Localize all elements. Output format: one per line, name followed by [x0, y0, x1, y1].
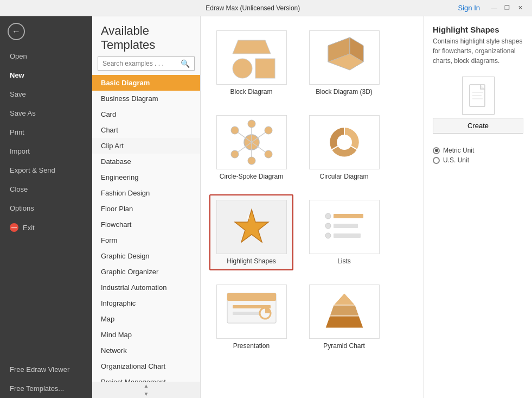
close-button[interactable]: ✕ — [515, 3, 525, 14]
category-business-diagram[interactable]: Business Diagram — [92, 91, 200, 106]
metric-unit-option[interactable]: Metric Unit — [433, 147, 523, 154]
back-button[interactable]: ← — [0, 16, 92, 47]
sidebar-item-save-as[interactable]: Save As — [0, 104, 92, 123]
svg-point-16 — [231, 150, 239, 158]
category-fashion-design[interactable]: Fashion Design — [92, 185, 200, 201]
template-thumb-pyramid-chart — [309, 285, 380, 339]
scroll-up-btn[interactable]: ▲ — [144, 383, 149, 389]
category-card[interactable]: Card — [92, 106, 200, 122]
window-title: Edraw Max (Unlicensed Version) — [48, 4, 458, 12]
svg-point-1 — [233, 59, 252, 78]
template-circle-spoke[interactable]: Circle-Spoke Diagram — [209, 110, 293, 186]
template-label-circular-diagram: Circular Diagram — [319, 173, 368, 180]
svg-point-8 — [248, 120, 255, 128]
svg-point-14 — [248, 157, 255, 165]
svg-point-24 — [325, 223, 331, 229]
category-basic-diagram[interactable]: Basic Diagram — [92, 75, 200, 91]
template-thumb-highlight-shapes — [216, 200, 287, 254]
category-infographic[interactable]: Infographic — [92, 295, 200, 311]
content-area: Available Templates 🔍 Basic Diagram Busi… — [92, 16, 532, 398]
template-panel: Available Templates 🔍 Basic Diagram Busi… — [92, 16, 201, 398]
sign-in-link[interactable]: Sign In — [458, 4, 480, 12]
template-label-lists: Lists — [337, 257, 351, 265]
category-chart[interactable]: Chart — [92, 122, 200, 138]
svg-rect-27 — [334, 233, 361, 238]
search-bar[interactable]: 🔍 — [98, 56, 195, 71]
template-lists[interactable]: Lists — [302, 194, 386, 270]
sidebar-item-options[interactable]: Options — [0, 199, 92, 218]
sidebar-item-save[interactable]: Save — [0, 85, 92, 104]
us-unit-radio[interactable] — [433, 157, 440, 164]
sidebar-item-close[interactable]: Close — [0, 180, 92, 199]
template-block-diagram[interactable]: Block Diagram — [209, 25, 293, 101]
template-grid-area: Block Diagram Block Diagram (3D) — [201, 16, 424, 398]
create-section: Create — [433, 77, 523, 134]
sidebar-item-open[interactable]: Open — [0, 47, 92, 66]
search-input[interactable] — [102, 60, 181, 67]
sidebar-item-export[interactable]: Export & Send — [0, 161, 92, 180]
minimize-button[interactable]: — — [489, 3, 499, 14]
restore-button[interactable]: ❐ — [502, 3, 512, 14]
sidebar-item-free-templates[interactable]: Free Templates... — [0, 379, 92, 398]
metric-unit-label: Metric Unit — [443, 147, 474, 154]
template-label-highlight-shapes: Highlight Shapes — [227, 257, 276, 265]
exit-icon: — — [10, 223, 18, 232]
category-engineering[interactable]: Engineering — [92, 169, 200, 185]
sidebar-item-import[interactable]: Import — [0, 142, 92, 161]
svg-rect-29 — [227, 293, 276, 301]
template-thumb-block-diagram — [216, 30, 287, 85]
svg-marker-34 — [330, 305, 359, 316]
template-circular-diagram[interactable]: Circular Diagram — [302, 110, 386, 186]
search-icon[interactable]: 🔍 — [181, 59, 190, 68]
template-thumb-lists — [309, 200, 380, 254]
template-thumb-presentation — [216, 285, 287, 339]
scroll-down-btn[interactable]: ▼ — [144, 391, 149, 397]
svg-marker-0 — [233, 40, 271, 54]
sidebar: ← Open New Save Save As Print Import Exp… — [0, 16, 92, 398]
template-label-circle-spoke: Circle-Spoke Diagram — [220, 173, 283, 180]
template-label-presentation: Presentation — [233, 342, 270, 350]
sidebar-item-print[interactable]: Print — [0, 123, 92, 142]
info-panel-description: Contains highlight style shapes for flow… — [433, 36, 523, 66]
metric-unit-radio[interactable] — [433, 147, 440, 154]
svg-rect-25 — [334, 224, 358, 228]
category-org-chart[interactable]: Organizational Chart — [92, 358, 200, 374]
template-highlight-shapes[interactable]: ➤ Highlight Shapes — [209, 194, 293, 270]
template-presentation[interactable]: Presentation — [209, 279, 293, 355]
create-button[interactable]: Create — [433, 118, 523, 134]
category-clip-art[interactable]: Clip Art — [92, 138, 200, 154]
info-panel-title: Highlight Shapes — [433, 25, 523, 34]
category-graphic-design[interactable]: Graphic Design — [92, 248, 200, 264]
svg-point-26 — [325, 233, 331, 238]
category-flowchart[interactable]: Flowchart — [92, 217, 200, 232]
svg-point-22 — [325, 213, 331, 219]
svg-rect-31 — [233, 312, 260, 315]
category-project-management[interactable]: Project Management — [92, 374, 200, 382]
sidebar-item-exit[interactable]: — Exit — [0, 218, 92, 237]
us-unit-option[interactable]: U.S. Unit — [433, 156, 523, 164]
title-bar: Edraw Max (Unlicensed Version) Sign In —… — [0, 0, 532, 16]
template-thumb-circular-diagram — [309, 115, 380, 169]
template-block-diagram-3d[interactable]: Block Diagram (3D) — [302, 25, 386, 101]
sidebar-item-new[interactable]: New — [0, 66, 92, 85]
category-network[interactable]: Network — [92, 343, 200, 358]
category-graphic-organizer[interactable]: Graphic Organizer — [92, 264, 200, 280]
us-unit-label: U.S. Unit — [443, 156, 469, 164]
app-body: ← Open New Save Save As Print Import Exp… — [0, 16, 532, 398]
info-panel: Highlight Shapes Contains highlight styl… — [424, 16, 532, 398]
category-map[interactable]: Map — [92, 311, 200, 327]
available-templates-header: Available Templates — [92, 16, 200, 56]
category-industrial-automation[interactable]: Industrial Automation — [92, 280, 200, 295]
category-form[interactable]: Form — [92, 232, 200, 248]
category-list: Basic Diagram Business Diagram Card Char… — [92, 75, 200, 382]
unit-section: Metric Unit U.S. Unit — [433, 144, 523, 166]
svg-point-10 — [265, 127, 272, 134]
template-thumb-block-diagram-3d — [309, 30, 380, 85]
svg-rect-2 — [255, 59, 275, 78]
template-pyramid-chart[interactable]: Pyramid Chart — [302, 279, 386, 355]
category-mind-map[interactable]: Mind Map — [92, 327, 200, 343]
sidebar-item-free-viewer[interactable]: Free Edraw Viewer — [0, 360, 92, 379]
svg-point-19 — [337, 135, 352, 150]
category-database[interactable]: Database — [92, 154, 200, 169]
category-floor-plan[interactable]: Floor Plan — [92, 201, 200, 217]
